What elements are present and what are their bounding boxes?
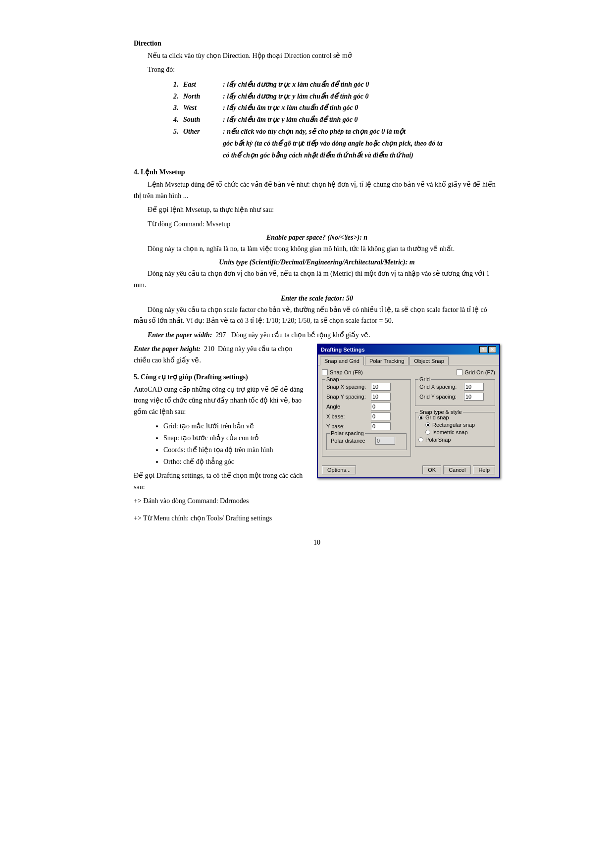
polar-distance-label: Polar distance xyxy=(331,438,375,444)
drafting-p1: AutoCAD cung cấp những công cụ trợ giúp … xyxy=(134,384,307,417)
units-title: Units type (Scientific/Decimal/Engineeri… xyxy=(134,258,500,266)
radio-iso-row: Isometric snap xyxy=(425,429,492,435)
drafting-bullets: Grid: tạo mắc lưới trên bản vẽ Snap: tạo… xyxy=(163,420,307,467)
scale-title: Enter the scale factor: 50 xyxy=(134,295,500,303)
angle-input[interactable] xyxy=(371,403,391,410)
list-item: Ortho: chế độ thẳng góc xyxy=(163,456,307,468)
tab-polar[interactable]: Polar Tracking xyxy=(365,357,409,365)
snap-on-checkbox[interactable] xyxy=(322,369,328,375)
grid-on-row: Grid On (F7) xyxy=(457,369,495,375)
polar-distance-row: Polar distance xyxy=(331,437,402,445)
drafting-header: 5. Công cụ trợ giúp (Drafting settings) xyxy=(134,373,307,381)
dialog-help-btn[interactable]: ? xyxy=(479,346,487,353)
radio-polar-label: PolarSnap xyxy=(425,437,451,443)
mvsetup-p1: Lệnh Mvsetup dùng để tổ chức các vấn đề … xyxy=(134,179,500,202)
list-item: 2. North : lấy chiều dương trục y làm ch… xyxy=(173,91,500,102)
help-button[interactable]: Help xyxy=(473,465,495,474)
mvsetup-p2: Để gọi lệnh Mvsetup, ta thực hiện như sa… xyxy=(134,204,500,215)
radio-grid-row: Grid snap xyxy=(418,414,492,420)
polar-distance-input[interactable] xyxy=(375,437,395,445)
list-item: Coords: thể hiện tọa độ trên màn hình xyxy=(163,444,307,456)
snap-group-title: Snap xyxy=(325,376,340,382)
drafting-p2: Để gọi Drafting settings, ta có thể chọn… xyxy=(134,470,307,493)
right-groups: Grid Grid X spacing: Grid Y spacing: xyxy=(415,379,495,460)
ybase-label: Y base: xyxy=(326,423,371,429)
list-item: 4. South : lấy chiều âm trục y làm chuẩn… xyxy=(173,114,500,126)
xbase-label: X base: xyxy=(326,413,371,419)
dialog-body: Snap On (F9) Grid On (F7) Snap xyxy=(318,365,499,463)
list-item: Grid: tạo mắc lưới trên bản vẽ xyxy=(163,420,307,432)
snap-type-title: Snap type & style xyxy=(418,409,463,415)
two-col-layout: Enter the paper height: 210 Dòng này yêu… xyxy=(134,344,500,510)
list-item: 1. East : lấy chiều dương trục x làm chu… xyxy=(173,79,500,91)
tab-object-snap[interactable]: Object Snap xyxy=(409,357,449,365)
drafting-cmd1: +> Đánh vào dòng Command: Ddrmodes xyxy=(134,496,307,507)
dialog-close-btn[interactable]: ✕ xyxy=(488,346,496,353)
xbase-row: X base: xyxy=(326,412,407,420)
snap-x-label: Snap X spacing: xyxy=(326,384,371,390)
page: Direction Nếu ta click vào tùy chọn Dire… xyxy=(84,0,530,576)
units-desc: Dòng này yêu cầu ta chọn đơn vị cho bản … xyxy=(134,268,500,291)
radio-iso-label: Isometric snap xyxy=(432,429,468,435)
height-line: Enter the paper height: 210 Dòng này yêu… xyxy=(134,344,307,366)
scale-desc: Dòng này yêu cầu ta chọn scale factor ch… xyxy=(134,305,500,327)
page-number: 10 xyxy=(134,539,500,547)
grid-on-checkbox[interactable] xyxy=(457,369,462,375)
list-item: 3. West : lấy chiều âm trục x làm chuẩn … xyxy=(173,102,500,114)
snap-x-row: Snap X spacing: xyxy=(326,383,407,391)
grid-x-input[interactable] xyxy=(464,383,484,391)
dialog-top-checkboxes: Snap On (F9) Grid On (F7) xyxy=(322,369,495,377)
radio-polar-snap[interactable] xyxy=(418,437,423,442)
direction-section: Direction Nếu ta click vào tùy chọn Dire… xyxy=(134,40,500,161)
enable-desc: Dòng này ta chọn n, nghĩa là no, ta làm … xyxy=(134,244,500,255)
radio-rect-snap[interactable] xyxy=(425,422,430,427)
drafting-cmd2: +> Từ Menu chính: chọn Tools/ Drafting s… xyxy=(134,513,500,524)
snap-y-label: Snap Y spacing: xyxy=(326,394,371,400)
dialog-two-groups: Snap Snap X spacing: Snap Y spacing: xyxy=(322,379,495,460)
snap-y-input[interactable] xyxy=(371,393,391,401)
left-col: Enter the paper height: 210 Dòng này yêu… xyxy=(134,344,307,510)
direction-title: Direction xyxy=(134,40,500,48)
snap-y-row: Snap Y spacing: xyxy=(326,393,407,401)
snap-on-row: Snap On (F9) xyxy=(322,369,363,375)
grid-on-label: Grid On (F7) xyxy=(464,369,495,375)
snap-type-group: Snap type & style Grid snap Rectangu xyxy=(415,412,495,447)
direction-list: 1. East : lấy chiều dương trục x làm chu… xyxy=(173,79,500,161)
direction-intro: Nếu ta click vào tùy chọn Direction. Hộp… xyxy=(134,51,500,61)
xbase-input[interactable] xyxy=(371,412,391,420)
options-button[interactable]: Options... xyxy=(322,465,356,474)
snap-group: Snap Snap X spacing: Snap Y spacing: xyxy=(322,379,411,457)
radio-sub-group: Rectangular snap Isometric snap xyxy=(425,422,492,435)
radio-iso-snap[interactable] xyxy=(425,430,430,435)
dialog-tabs: Snap and Grid Polar Tracking Object Snap xyxy=(318,355,499,365)
radio-polar-row: PolarSnap xyxy=(418,437,492,443)
cancel-button[interactable]: Cancel xyxy=(443,465,471,474)
mvsetup-section: 4. Lệnh Mvsetup Lệnh Mvsetup dùng để tổ … xyxy=(134,168,500,524)
drafting-left: 5. Công cụ trợ giúp (Drafting settings) … xyxy=(134,373,307,507)
grid-x-label: Grid X spacing: xyxy=(419,384,464,390)
ybase-row: Y base: xyxy=(326,422,407,430)
radio-grid-snap[interactable] xyxy=(418,415,423,420)
snap-x-input[interactable] xyxy=(371,383,391,391)
ok-button[interactable]: OK xyxy=(422,465,441,474)
dialog-titlebar: Drafting Settings ? ✕ xyxy=(318,345,499,355)
polar-spacing-group: Polar spacing Polar distance xyxy=(326,433,407,450)
snap-on-label: Snap On (F9) xyxy=(330,369,363,375)
list-item: 5. Other : nếu click vào tùy chọn này, s… xyxy=(173,126,500,161)
dialog-action-buttons: OK Cancel Help xyxy=(422,465,495,474)
list-item: Snap: tạo bước nhảy của con trỏ xyxy=(163,432,307,444)
grid-group-title: Grid xyxy=(418,376,431,382)
dialog-controls: ? ✕ xyxy=(479,346,496,353)
tab-snap-grid[interactable]: Snap and Grid xyxy=(320,357,364,365)
angle-label: Angle xyxy=(326,404,371,409)
angle-row: Angle xyxy=(326,403,407,410)
ybase-input[interactable] xyxy=(371,422,391,430)
dialog-window: Drafting Settings ? ✕ Snap and Grid Pola… xyxy=(317,344,500,478)
direction-intro2: Trong đó: xyxy=(148,64,500,75)
dialog-footer: Options... OK Cancel Help xyxy=(318,463,499,477)
grid-y-input[interactable] xyxy=(464,393,484,401)
width-line: Enter the paper width: 297 Dòng này yêu … xyxy=(134,330,500,341)
polar-spacing-title: Polar spacing xyxy=(330,430,365,436)
radio-grid-label: Grid snap xyxy=(425,414,449,420)
mvsetup-p3: Từ dòng Command: Mvsetup xyxy=(148,219,500,230)
